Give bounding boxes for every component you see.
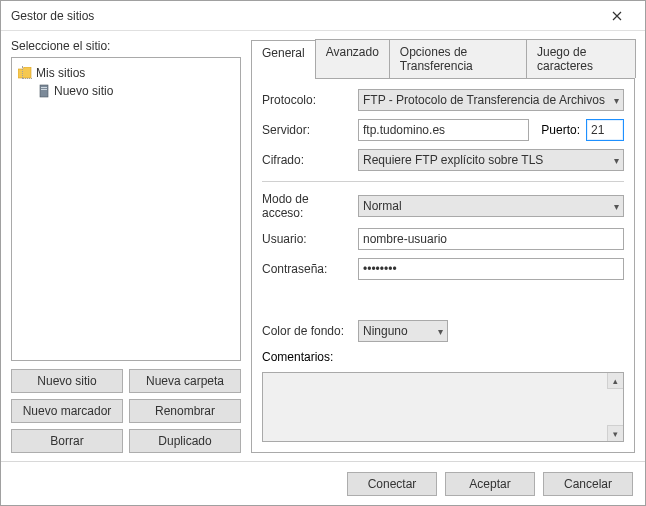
svg-rect-1 — [41, 87, 47, 88]
password-label: Contraseña: — [262, 262, 352, 276]
tree-root-item[interactable]: Mis sitios — [16, 64, 236, 82]
tab-strip: General Avanzado Opciones de Transferenc… — [251, 39, 635, 79]
row-user: Usuario: — [262, 228, 624, 250]
bgcolor-value: Ninguno — [363, 324, 408, 338]
chevron-down-icon: ▾ — [614, 155, 619, 166]
duplicate-button[interactable]: Duplicado — [129, 429, 241, 453]
protocol-label: Protocolo: — [262, 93, 352, 107]
folder-icon — [18, 67, 32, 79]
server-label: Servidor: — [262, 123, 352, 137]
encryption-label: Cifrado: — [262, 153, 352, 167]
titlebar: Gestor de sitios — [1, 1, 645, 31]
left-buttons: Nuevo sitio Nueva carpeta Nuevo marcador… — [11, 369, 241, 453]
new-site-button[interactable]: Nuevo sitio — [11, 369, 123, 393]
left-panel: Seleccione el sitio: Mis sitios Nuevo si… — [11, 39, 241, 453]
accept-button[interactable]: Aceptar — [445, 472, 535, 496]
new-folder-button[interactable]: Nueva carpeta — [129, 369, 241, 393]
scroll-up-button[interactable]: ▴ — [607, 373, 623, 389]
divider — [262, 181, 624, 182]
tab-general[interactable]: General — [251, 40, 316, 79]
tab-advanced[interactable]: Avanzado — [315, 39, 390, 78]
site-tree[interactable]: Mis sitios Nuevo sitio — [11, 57, 241, 361]
bgcolor-label: Color de fondo: — [262, 324, 352, 338]
row-access: Modo de acceso: Normal ▾ — [262, 192, 624, 220]
row-protocol: Protocolo: FTP - Protocolo de Transferen… — [262, 89, 624, 111]
port-input[interactable] — [586, 119, 624, 141]
delete-button[interactable]: Borrar — [11, 429, 123, 453]
user-input[interactable] — [358, 228, 624, 250]
password-input[interactable] — [358, 258, 624, 280]
chevron-down-icon: ▾ — [614, 201, 619, 212]
right-panel: General Avanzado Opciones de Transferenc… — [251, 39, 635, 453]
scroll-down-button[interactable]: ▾ — [607, 425, 623, 441]
tree-child-label: Nuevo sitio — [54, 84, 113, 98]
close-icon — [612, 11, 622, 21]
bgcolor-select[interactable]: Ninguno ▾ — [358, 320, 448, 342]
svg-rect-0 — [40, 85, 48, 97]
port-label: Puerto: — [541, 123, 580, 137]
select-site-label: Seleccione el sitio: — [11, 39, 241, 53]
tree-root-label: Mis sitios — [36, 66, 85, 80]
close-button[interactable] — [597, 2, 637, 30]
encryption-select[interactable]: Requiere FTP explícito sobre TLS ▾ — [358, 149, 624, 171]
tab-content-general: Protocolo: FTP - Protocolo de Transferen… — [251, 79, 635, 453]
protocol-value: FTP - Protocolo de Transferencia de Arch… — [363, 93, 605, 107]
cancel-button[interactable]: Cancelar — [543, 472, 633, 496]
row-server: Servidor: Puerto: — [262, 119, 624, 141]
window-title: Gestor de sitios — [11, 9, 597, 23]
access-label: Modo de acceso: — [262, 192, 352, 220]
tab-transfer[interactable]: Opciones de Transferencia — [389, 39, 527, 78]
encryption-value: Requiere FTP explícito sobre TLS — [363, 153, 543, 167]
dialog-body: Seleccione el sitio: Mis sitios Nuevo si… — [1, 31, 645, 461]
connect-button[interactable]: Conectar — [347, 472, 437, 496]
chevron-down-icon: ▾ — [614, 95, 619, 106]
chevron-down-icon: ▾ — [438, 326, 443, 337]
dialog-footer: Conectar Aceptar Cancelar — [1, 461, 645, 505]
access-select[interactable]: Normal ▾ — [358, 195, 624, 217]
tab-charset[interactable]: Juego de caracteres — [526, 39, 636, 78]
new-bookmark-button[interactable]: Nuevo marcador — [11, 399, 123, 423]
site-manager-window: Gestor de sitios Seleccione el sitio: Mi… — [0, 0, 646, 506]
rename-button[interactable]: Renombrar — [129, 399, 241, 423]
tree-child-item[interactable]: Nuevo sitio — [16, 82, 236, 100]
row-encryption: Cifrado: Requiere FTP explícito sobre TL… — [262, 149, 624, 171]
access-value: Normal — [363, 199, 402, 213]
server-icon — [38, 84, 50, 98]
comments-label: Comentarios: — [262, 350, 624, 364]
svg-rect-2 — [41, 89, 47, 90]
protocol-select[interactable]: FTP - Protocolo de Transferencia de Arch… — [358, 89, 624, 111]
server-input[interactable] — [358, 119, 529, 141]
comments-textarea[interactable]: ▴ ▾ — [262, 372, 624, 442]
row-bgcolor: Color de fondo: Ninguno ▾ — [262, 320, 624, 342]
user-label: Usuario: — [262, 232, 352, 246]
row-password: Contraseña: — [262, 258, 624, 280]
